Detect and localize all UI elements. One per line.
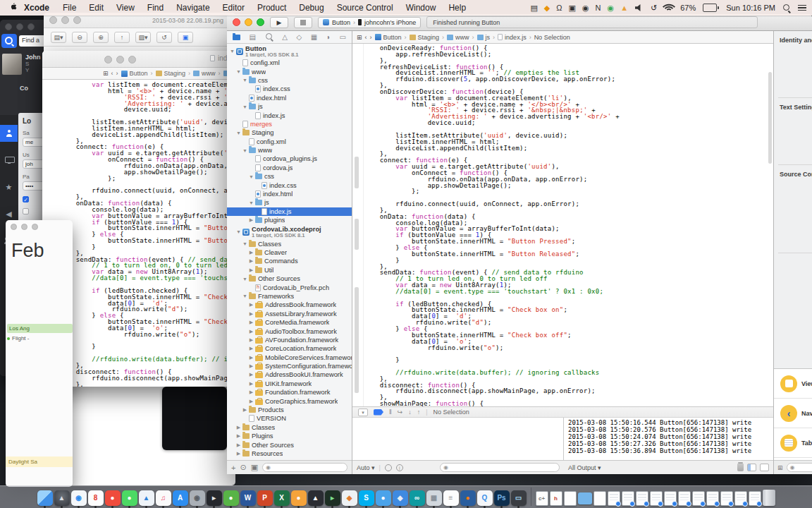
navigator-row[interactable]: ▼css [227,172,352,181]
menu-item-find[interactable]: Find [147,3,164,13]
console-output-selector[interactable]: All Output ▾ [568,464,601,471]
window-controls[interactable] [49,16,81,24]
zoom-in-icon[interactable]: ⊕ [93,32,109,43]
show-variables-pane-icon[interactable] [747,464,756,471]
dock-quicktime[interactable]: Q [477,490,493,506]
variables-view[interactable] [352,418,564,460]
dock-folder[interactable] [578,492,592,504]
variables-scope-selector[interactable]: Auto ▾ [357,464,375,471]
disclosure-triangle[interactable]: ▶ [248,389,254,395]
disclosure-triangle[interactable]: ▶ [248,302,254,308]
colorful-status-icon[interactable]: ◉ [608,0,615,16]
menu-app-name[interactable]: Xcode [24,3,49,13]
source-control-filter-icon[interactable]: ▣ [251,463,258,472]
forward-icon[interactable]: › [116,70,118,77]
dock-safari[interactable]: ◉ [71,490,87,506]
dock-dark-boat-app[interactable]: ▲ [308,490,324,506]
navigator-row[interactable]: config.xml [227,59,352,67]
disclosure-triangle[interactable]: ▼ [242,277,248,282]
breadcrumb-item[interactable]: www [447,34,469,41]
breadcrumb-item[interactable]: Staging [156,70,186,77]
dock-istat-app[interactable]: ◆ [342,490,357,506]
disclosure-triangle[interactable]: ▼ [229,49,235,54]
zoom-out-icon[interactable]: ⊖ [72,32,87,43]
navigator-row[interactable]: ▶AVFoundation.framework [227,336,352,344]
breadcrumb-item[interactable]: index.js [498,34,527,41]
navigator-row[interactable]: merges [227,120,352,128]
library-filter-field[interactable]: ◉ [787,463,812,472]
dock-photoshop[interactable]: Ps [494,490,510,506]
sidebar-toggle-icon[interactable]: ▤▾ [51,32,66,43]
navigator-row[interactable]: config.xml [227,138,352,146]
disclosure-triangle[interactable]: ▼ [242,104,248,109]
dock-terminal-green[interactable]: ▸ [325,490,340,506]
breadcrumb-item[interactable]: No Selection [534,34,570,41]
checkbox-checked[interactable]: ✓ [23,196,29,202]
menu-item-source-control[interactable]: Source Control [337,3,393,13]
disclosure-triangle[interactable]: ▶ [248,329,254,334]
disclosure-triangle[interactable]: ▶ [248,311,254,317]
pause-icon[interactable]: ‖ [389,409,392,416]
menu-item-window[interactable]: Window [406,3,436,13]
time-machine-icon[interactable]: ↺ [651,0,657,16]
navigator-row[interactable]: index.html [227,190,352,198]
dock-calendar[interactable]: 8 [88,490,104,506]
library-item[interactable]: Table [774,428,812,458]
related-items-icon[interactable]: ⊞ [357,34,362,41]
notes-status-icon[interactable]: N [596,0,601,16]
navigator-row[interactable]: index.css [227,85,352,93]
navigator-row[interactable]: ▼CordovaLib.xcodeproj1 target, iOS SDK 8… [227,224,352,239]
disclosure-triangle[interactable]: ▶ [248,346,254,351]
volume-icon[interactable] [635,4,644,11]
omega-status-icon[interactable]: Ω [556,0,562,16]
dock-orange-app[interactable]: ● [291,490,307,506]
editor-gutter[interactable] [352,44,364,406]
disclosure-triangle[interactable]: ▶ [248,337,254,343]
search-navigator-icon[interactable] [265,32,273,42]
navigator-row[interactable]: CordovaLib_Prefix.pch [227,283,352,291]
breadcrumb-item[interactable]: Button [121,70,148,77]
dock-red-chat-app[interactable]: ● [105,490,121,506]
disclosure-triangle[interactable]: ▶ [235,433,242,439]
symbol-navigator-icon[interactable]: ▤ [250,33,256,41]
calendar-event[interactable]: Flight - [7,335,73,341]
navigator-row[interactable]: ▼Button1 target, iOS SDK 8.1 [227,44,352,59]
dock-system-preferences[interactable]: ◉ [190,490,205,506]
disclosure-triangle[interactable]: ▶ [235,442,242,448]
dock-cpp-document[interactable]: c+ [536,491,548,506]
share-icon[interactable]: ↑ [114,32,130,43]
disclosure-triangle[interactable]: ▶ [242,407,248,413]
navigator-row[interactable]: ▶Util [227,266,352,274]
dock-minimized-window[interactable] [622,491,634,506]
sidebar-item-favorites[interactable]: ★ [0,179,18,195]
rotate-icon[interactable]: ↺ [156,32,172,43]
menu-clock[interactable]: Sun 10:16 PM [726,4,775,12]
navigator-row[interactable]: index.js [227,207,352,216]
disclosure-triangle[interactable]: ▶ [248,217,254,223]
back-icon[interactable]: ‹ [111,70,113,77]
menu-item-edit[interactable]: Edit [89,3,104,13]
disclosure-triangle[interactable]: ▼ [235,69,242,74]
navigator-row[interactable]: ▶Classes [227,423,352,432]
clear-console-icon[interactable] [737,464,744,471]
disclosure-triangle[interactable]: ▼ [242,241,248,246]
window-controls[interactable] [104,56,136,64]
show-console-pane-icon[interactable] [760,464,769,471]
dock-terminal[interactable]: ▸ [207,490,222,506]
dock-minimized-window[interactable] [650,491,663,506]
disclosure-triangle[interactable]: ▼ [242,148,248,153]
quicklook-icon[interactable] [385,464,392,471]
navigator-row[interactable]: VERSION [227,414,352,423]
wifi-icon[interactable] [664,4,673,11]
dock-h-document[interactable]: h [550,491,562,506]
spotlight-icon[interactable] [782,4,791,12]
navigator-row[interactable]: ▶SystemConfiguration.framework [227,362,352,370]
library-item[interactable]: View [774,369,812,399]
navigator-row[interactable]: ▼www [227,67,352,75]
forward-icon[interactable]: › [370,34,372,41]
dock-arduino[interactable]: ∞ [410,490,425,506]
markup-toolbox-icon[interactable]: ▣ [178,32,193,43]
menu-item-help[interactable]: Help [448,3,466,13]
navigator-row[interactable]: ▼js [227,102,352,111]
apple-menu-icon[interactable] [6,3,20,13]
